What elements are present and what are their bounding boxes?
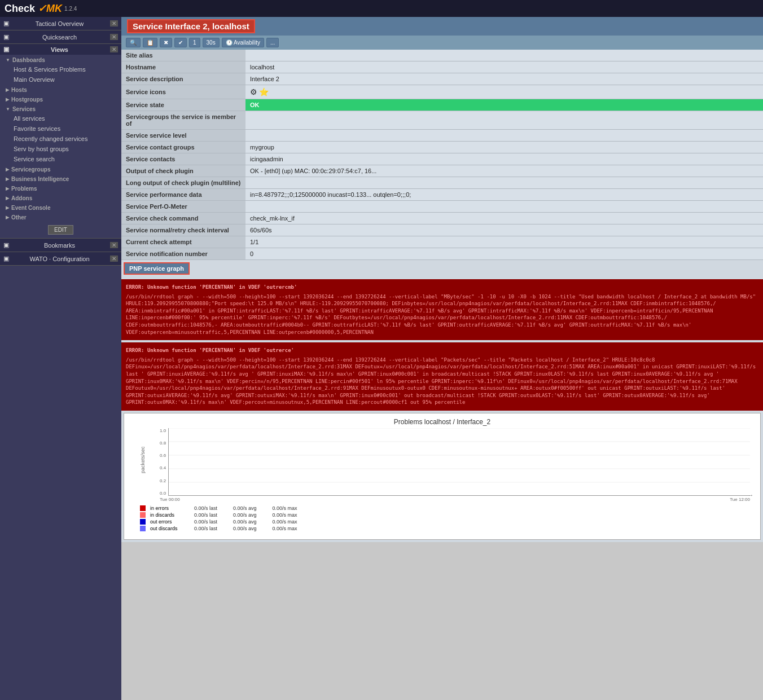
value-site-alias <box>245 50 763 61</box>
table-row: Service notification number 0 <box>121 248 763 260</box>
table-row: Service contacts icingaadmin <box>121 153 763 165</box>
table-row: Service check command check_mk-lnx_if <box>121 213 763 224</box>
hostgroups-triangle: ▶ <box>6 97 9 102</box>
sidebar-item-host-services-problems[interactable]: Host & Services Problems <box>0 64 121 74</box>
group-problems[interactable]: ▶ Problems <box>0 183 121 193</box>
toolbar-availability-button[interactable]: 🕐 Availability <box>222 38 264 47</box>
sidebar-item-service-search[interactable]: Service search <box>0 154 121 164</box>
value-service-icons: ⚙ ⭐ <box>245 85 763 99</box>
value-hostname: localhost <box>245 61 763 73</box>
sidebar: ▣ Tactical Overview ✕ ▣ Quicksearch ✕ ▣ … <box>0 17 121 700</box>
toolbar-more-button[interactable]: ... <box>266 38 279 47</box>
views-header[interactable]: ▣ Views ✕ <box>0 44 121 55</box>
event-console-label: Event Console <box>11 205 50 211</box>
label-check-output: Output of check plugin <box>121 165 245 177</box>
out-errors-avg: 0.00/s avg <box>233 519 257 525</box>
quicksearch-header[interactable]: ▣ Quicksearch ✕ <box>0 30 121 43</box>
in-errors-last: 0.00/s last <box>194 505 217 511</box>
value-service-level <box>245 130 763 142</box>
value-perf-data: in=8.487972;;;0;125000000 inucast=0.133.… <box>245 189 763 201</box>
group-bi[interactable]: ▶ Business Intelligence <box>0 174 121 183</box>
group-servicegroups[interactable]: ▶ Servicegroups <box>0 164 121 174</box>
sidebar-item-favorite-services[interactable]: Favorite services <box>0 124 121 134</box>
group-services[interactable]: ▼ Services <box>0 104 121 113</box>
service-details-panel: Site alias Hostname localhost Service de… <box>121 50 763 260</box>
value-perf-o-meter <box>245 201 763 213</box>
services-triangle: ▼ <box>6 107 10 112</box>
toolbar-zoom-button[interactable]: 🔍 <box>126 38 141 47</box>
in-errors-avg: 0.00/s avg <box>233 505 257 511</box>
label-contact-groups: Service contact groups <box>121 142 245 153</box>
in-discards-color <box>140 512 146 518</box>
gear-icon: ⚙ <box>250 87 257 96</box>
wato-close-button[interactable]: ✕ <box>110 256 118 262</box>
group-hostgroups[interactable]: ▶ Hostgroups <box>0 94 121 104</box>
views-icon: ▣ <box>3 46 9 53</box>
table-row: Current check attempt 1/1 <box>121 236 763 248</box>
chart-container: Problems localhost / Interface_2 packets… <box>124 413 761 540</box>
legend-row-in-discards: in discards 0.00/s last 0.00/s avg 0.00/… <box>140 512 744 518</box>
sidebar-section-views: ▣ Views ✕ ▼ Dashboards Host & Services P… <box>0 44 121 239</box>
in-discards-max: 0.00/s max <box>273 512 297 518</box>
group-dashboards[interactable]: ▼ Dashboards <box>0 55 121 64</box>
chart-title: Problems localhost / Interface_2 <box>129 418 756 426</box>
group-hosts[interactable]: ▶ Hosts <box>0 85 121 94</box>
wato-header[interactable]: ▣ WATO · Configuration ✕ <box>0 252 121 265</box>
sidebar-item-main-overview[interactable]: Main Overview <box>0 74 121 85</box>
chart-svg <box>168 428 750 496</box>
service-details-table: Site alias Hostname localhost Service de… <box>121 50 763 260</box>
page-title: Service Interface 2, localhost <box>127 19 255 33</box>
table-row: Servicegroups the service is member of <box>121 111 763 130</box>
serv-by-host-label: Serv by host groups <box>14 146 69 152</box>
error-block-1: ERROR: Unknown function 'PERCENTNAN' in … <box>121 279 763 340</box>
toolbar: 🔍 📋 ✖ ✔ 1 30s 🕐 Availability ... <box>121 36 763 50</box>
sidebar-item-all-services[interactable]: All services <box>0 113 121 124</box>
tactical-overview-header[interactable]: ▣ Tactical Overview ✕ <box>0 17 121 30</box>
toolbar-30s-button[interactable]: 30s <box>203 38 220 47</box>
label-perf-o-meter: Service Perf-O-Meter <box>121 201 245 213</box>
dashboards-triangle: ▼ <box>6 58 10 63</box>
label-service-contacts: Service contacts <box>121 153 245 165</box>
table-row: Service description Interface 2 <box>121 73 763 85</box>
wato-label: WATO · Configuration <box>29 256 89 262</box>
app-container: Check ✓MK 1.2.4 ▣ Tactical Overview ✕ ▣ … <box>0 0 763 700</box>
out-errors-label: out errors <box>150 519 190 525</box>
y-val-4: 0.6 <box>160 453 166 458</box>
quicksearch-close-button[interactable]: ✕ <box>110 34 118 40</box>
y-val-6: 1.0 <box>160 428 166 433</box>
problems-label: Problems <box>11 186 37 192</box>
label-service-state: Service state <box>121 99 245 111</box>
table-row: Site alias <box>121 50 763 61</box>
toolbar-check-button[interactable]: ✔ <box>174 38 187 47</box>
group-other[interactable]: ▶ Other <box>0 212 121 222</box>
x-axis: Tue 00:00 Tue 12:00 <box>160 497 750 502</box>
in-errors-label: in errors <box>150 505 190 511</box>
bookmarks-header[interactable]: ▣ Bookmarks ✕ <box>0 239 121 252</box>
edit-button[interactable]: EDIT <box>48 225 73 235</box>
logo-text: Check ✓MK <box>5 2 62 15</box>
group-addons[interactable]: ▶ Addons <box>0 193 121 202</box>
content-area: Service Interface 2, localhost 🔍 📋 ✖ ✔ 1… <box>121 17 763 700</box>
quicksearch-label: Quicksearch <box>42 34 77 41</box>
pnp-label: PNP service graph <box>124 262 190 275</box>
hostgroups-label: Hostgroups <box>11 96 43 103</box>
bookmarks-close-button[interactable]: ✕ <box>110 242 118 248</box>
group-event-console[interactable]: ▶ Event Console <box>0 202 121 212</box>
top-bar: Check ✓MK 1.2.4 <box>0 0 763 17</box>
sidebar-item-serv-by-host[interactable]: Serv by host groups <box>0 144 121 154</box>
views-close-button[interactable]: ✕ <box>110 46 118 52</box>
value-check-command: check_mk-lnx_if <box>245 213 763 224</box>
table-row: Service service level <box>121 130 763 142</box>
recently-changed-label: Recently changed services <box>14 135 87 142</box>
toolbar-copy-button[interactable]: 📋 <box>143 38 157 47</box>
tactical-close-button[interactable]: ✕ <box>110 20 118 27</box>
out-errors-max: 0.00/s max <box>273 519 297 525</box>
toolbar-close-button[interactable]: ✖ <box>160 38 172 47</box>
x-label-1: Tue 00:00 <box>160 497 180 502</box>
sidebar-section-quicksearch: ▣ Quicksearch ✕ <box>0 30 121 44</box>
label-service-level: Service service level <box>121 130 245 142</box>
servicegroups-label: Servicegroups <box>11 166 50 173</box>
toolbar-1-button[interactable]: 1 <box>189 38 200 47</box>
in-discards-label: in discards <box>150 512 190 518</box>
sidebar-item-recently-changed[interactable]: Recently changed services <box>0 134 121 144</box>
